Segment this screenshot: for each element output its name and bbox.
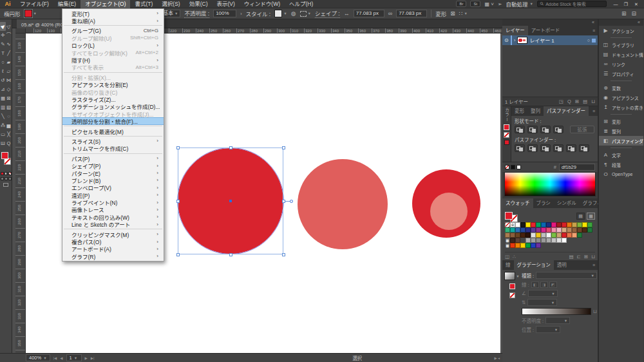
menu-item[interactable]: ラスタライズ(Z)...	[62, 95, 164, 102]
gradient-fill-proxy[interactable]	[509, 283, 515, 289]
curvature-tool[interactable]: ∿	[6, 40, 12, 49]
panel-icon-opentype[interactable]: OOpenType	[599, 169, 643, 179]
swatch[interactable]	[572, 227, 577, 233]
swatch[interactable]: ⊕	[510, 222, 515, 227]
selection-handle[interactable]	[282, 253, 285, 256]
swatch[interactable]	[541, 233, 546, 238]
document-setup-icon[interactable]: ◍	[291, 10, 296, 17]
swatch[interactable]	[515, 238, 520, 243]
layer-row[interactable]: ⊙ › レイヤー 1 ○	[502, 35, 598, 45]
swatch[interactable]	[572, 222, 577, 227]
align-icon[interactable]: ⊠	[450, 10, 455, 17]
menu-item[interactable]: 画像トレース›	[62, 206, 164, 213]
panel-icon-variables[interactable]: ⊕変数	[599, 83, 643, 93]
menu-item[interactable]: Line と Sketch のアート›	[62, 221, 164, 228]
swatch[interactable]	[546, 238, 551, 243]
draw-normal-button[interactable]	[1, 177, 4, 180]
layer-selection-indicator[interactable]	[592, 39, 596, 43]
menu-item[interactable]: ピクセルを最適化(M)	[62, 128, 164, 135]
color-panel-strip[interactable]: カラー	[502, 106, 511, 162]
gradient-tool[interactable]: ▧	[6, 103, 12, 112]
swatch[interactable]	[536, 238, 541, 243]
menubar-item[interactable]: 効果(C)	[185, 0, 213, 8]
swatch[interactable]	[515, 227, 520, 233]
selection-handle[interactable]	[229, 146, 232, 149]
divide-button[interactable]	[515, 144, 525, 152]
hand-tool[interactable]: Ш	[0, 139, 6, 148]
draw-inside-button[interactable]	[8, 177, 12, 180]
layer-visibility-icon[interactable]: ⊙	[504, 37, 509, 43]
swatch[interactable]	[541, 238, 546, 243]
fill-stroke-proxy[interactable]	[0, 151, 12, 170]
swatch[interactable]	[515, 222, 520, 227]
swatch[interactable]	[577, 233, 582, 238]
tab-パスファインダー[interactable]: パスファインダー	[544, 106, 589, 116]
menu-item[interactable]: 透明部分を分割・統合(F)...	[62, 117, 164, 124]
minus-front-button[interactable]	[527, 126, 538, 133]
panel-icon-document-info[interactable]: ▤ドキュメント情報	[599, 50, 643, 59]
opacity-label[interactable]: 不透明度 :	[184, 9, 209, 18]
swatch[interactable]	[567, 227, 572, 233]
swatch[interactable]	[526, 222, 531, 227]
swatch[interactable]	[531, 222, 536, 227]
new-color-group-icon[interactable]: ⊏	[577, 254, 581, 260]
swatch[interactable]	[572, 233, 577, 238]
menu-item[interactable]: クリッピングマスク(M)›	[62, 231, 164, 238]
draw-behind-button[interactable]	[5, 177, 8, 180]
stock-search-input[interactable]: ⚲ Adobe Stock を検索	[537, 1, 607, 7]
swatch-options-icon[interactable]: ▤	[569, 254, 573, 260]
select-similar-dropdown[interactable]: ▼	[300, 11, 311, 17]
selection-handle[interactable]	[176, 200, 180, 203]
first-artboard-icon[interactable]: |◀	[53, 356, 57, 360]
tab-ブラシ[interactable]: ブラシ	[533, 198, 554, 208]
menu-item[interactable]: 複合パス(O)›	[62, 238, 164, 245]
selection-handle[interactable]	[176, 146, 180, 149]
menu-item[interactable]: テキストの回り込み(W)›	[62, 213, 164, 220]
swatch[interactable]	[531, 227, 536, 233]
swatch[interactable]: ▆	[505, 243, 510, 248]
layer-expander-icon[interactable]: ›	[514, 37, 516, 43]
shape-width-input[interactable]: 77.083 px	[354, 10, 384, 17]
panel-menu-icon[interactable]: ≡	[592, 260, 598, 270]
layer-thumbnail[interactable]	[517, 37, 527, 44]
outline-button[interactable]	[566, 144, 576, 152]
color-strip-none-swatch[interactable]	[504, 132, 509, 138]
panel-menu-icon[interactable]: ≡	[592, 106, 598, 116]
tab-アートボード[interactable]: アートボード	[528, 26, 564, 35]
pen-tool[interactable]: ✎	[0, 40, 6, 49]
swatch[interactable]	[510, 243, 515, 248]
trim-button[interactable]	[527, 144, 538, 152]
swatch[interactable]: ▆	[505, 238, 510, 243]
type-tool[interactable]: T	[0, 49, 6, 58]
opacity-expand-icon[interactable]: ›	[240, 12, 242, 16]
window-restore-button[interactable]: ❐	[621, 0, 631, 8]
menu-item[interactable]: スライス(S)›	[62, 137, 164, 144]
paintbrush-tool[interactable]: ▰	[6, 58, 12, 67]
gradient-slider-bar[interactable]	[522, 308, 591, 315]
zoom-level-dropdown[interactable]: 400%▼	[26, 354, 50, 361]
menu-item[interactable]: パターン(E)›	[62, 169, 164, 176]
gradient-mode-button[interactable]	[5, 172, 8, 175]
panel-icon-pathfinder[interactable]: ◧パスファインダー	[599, 136, 643, 146]
swatch[interactable]	[531, 233, 536, 238]
menu-item[interactable]: 重ね順(A)›	[62, 17, 164, 24]
swatch[interactable]	[556, 238, 562, 243]
swatch[interactable]	[567, 222, 572, 227]
icon-column-collapse-arrows[interactable]: «	[599, 19, 643, 26]
window-minimize-button[interactable]: —	[611, 0, 621, 8]
swatch[interactable]	[562, 233, 567, 238]
intersect-button[interactable]	[540, 126, 551, 133]
swatch[interactable]	[505, 233, 510, 238]
panel-icon-asset-export[interactable]: ↥アセットの書き出し	[599, 102, 643, 112]
menu-item[interactable]: パス(P)›	[62, 155, 164, 162]
color-spectrum[interactable]	[504, 172, 596, 196]
swatch[interactable]	[520, 222, 526, 227]
crop-button[interactable]	[553, 144, 564, 152]
delete-layer-icon[interactable]: ⊔	[591, 99, 595, 104]
perspective-grid-tool[interactable]: ⊠	[6, 94, 12, 103]
swatch[interactable]	[587, 227, 592, 233]
quick-black-swatch[interactable]	[511, 165, 515, 169]
swatch[interactable]	[587, 222, 592, 227]
symbol-sprayer-tool[interactable]: ⁂	[0, 121, 6, 130]
menubar-item[interactable]: 表示(V)	[213, 0, 240, 8]
